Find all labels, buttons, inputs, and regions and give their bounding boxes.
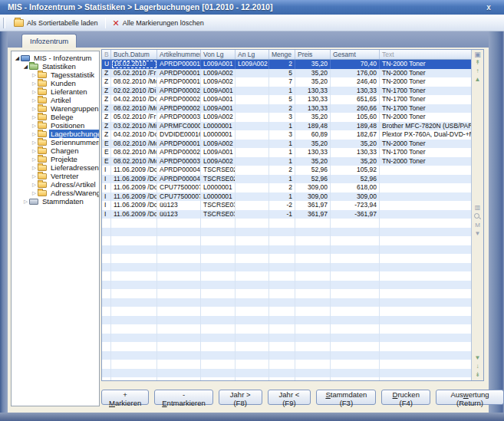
tree-item-label: Positionen xyxy=(49,121,86,130)
collapsed-arrow-icon[interactable]: ▷ xyxy=(31,180,38,189)
tree-item-lieferanten[interactable]: ▷Lieferanten xyxy=(12,87,99,96)
mark-button[interactable]: + Markieren xyxy=(101,390,149,405)
tree-item-mis-infozentrum[interactable]: ◢MIS - Infozentrum xyxy=(12,54,99,62)
tree-item-chargen[interactable]: ▷Chargen xyxy=(12,146,99,155)
table-empty-row xyxy=(102,263,471,272)
masterdata-button[interactable]: Stammdaten (F3) xyxy=(316,390,376,405)
collapsed-arrow-icon[interactable]: ▷ xyxy=(31,138,38,146)
tree-item-projekte[interactable]: ▷Projekte xyxy=(12,155,99,163)
table-row[interactable]: Z04.02.2010 /DoDVDIDE00016L0000001360,89… xyxy=(102,130,471,140)
cell-buchdatum: 08.02.2010 /Mo xyxy=(111,148,157,157)
tree-item-lagerbuchungen[interactable]: ▷Lagerbuchungen xyxy=(12,130,99,138)
clear-marks-button[interactable]: ✕ Alle Markierungen löschen xyxy=(108,16,209,30)
col-header-vonlg[interactable]: Von Lg xyxy=(201,50,236,59)
collapsed-arrow-icon[interactable]: ▷ xyxy=(31,155,38,163)
collapsed-arrow-icon[interactable]: ▷ xyxy=(31,87,38,96)
cell-artikelnummer xyxy=(157,236,201,245)
table-row[interactable]: U18.02.2010APRDP00001L009A001L009A002235… xyxy=(102,60,471,69)
cell-gesamt xyxy=(331,254,380,263)
collapsed-arrow-icon[interactable]: ▷ xyxy=(31,79,38,87)
search-icon[interactable] xyxy=(474,213,481,220)
scroll-to-bottom-icon[interactable]: ↡ xyxy=(475,372,480,378)
year-next-button[interactable]: Jahr > (F8) xyxy=(219,390,262,405)
folder-icon xyxy=(38,72,47,78)
year-prev-button[interactable]: Jahr < (F9) xyxy=(268,390,311,405)
collapsed-arrow-icon[interactable]: ▷ xyxy=(22,197,29,206)
collapsed-arrow-icon[interactable]: ▷ xyxy=(31,113,38,121)
expanded-arrow-icon[interactable]: ◢ xyxy=(14,54,21,62)
table-row[interactable]: Z08.02.2010 /MoAPRDP00001L009A002735,202… xyxy=(102,77,471,87)
collapsed-arrow-icon[interactable]: ▷ xyxy=(31,146,38,155)
scroll-down-icon[interactable]: ↓ xyxy=(476,363,479,370)
tree-item-belege[interactable]: ▷Belege xyxy=(12,113,99,121)
scroll-to-top-icon[interactable]: ↟ xyxy=(475,60,480,66)
cell-menge: 1 xyxy=(269,87,295,96)
tree-item-adress-warengruppen[interactable]: ▷Adress/Warengruppen xyxy=(12,189,99,197)
page-up-icon[interactable]: ▲ xyxy=(475,77,481,83)
scroll-up-icon[interactable]: ↑ xyxy=(476,68,479,74)
tree-item-warengruppen[interactable]: ▷Warengruppen xyxy=(12,104,99,113)
print-button[interactable]: Drucken (F4) xyxy=(381,390,430,405)
col-header-buchdatum[interactable]: Buch.Datum xyxy=(111,50,157,59)
cell-artikelnummer: CPU77500007 xyxy=(157,192,201,202)
collapsed-arrow-icon[interactable]: ▷ xyxy=(31,96,38,104)
table-row[interactable]: E08.02.2010 /MoAPRDP00001L009A002135,203… xyxy=(102,140,471,149)
cell-artikelnummer xyxy=(157,228,201,237)
tab-infozentrum[interactable]: Infozentrum xyxy=(21,34,77,48)
table-row[interactable]: Z05.02.2010 /FrAPRDP00003L009A002335,201… xyxy=(102,113,471,122)
collapsed-arrow-icon[interactable]: ▷ xyxy=(31,163,38,172)
col-header-gesamt[interactable]: Gesamt xyxy=(331,50,380,59)
column-chooser-icon[interactable]: ▣ xyxy=(474,51,481,58)
cell-artikelnummer: APRDP00003 xyxy=(157,113,201,122)
filter-icon[interactable]: ▼ xyxy=(475,231,481,237)
evaluate-button[interactable]: Auswertung (Return) xyxy=(436,390,504,405)
tree-item-lieferadressen[interactable]: ▷Lieferadressen xyxy=(12,163,99,172)
table-row[interactable]: Z02.02.2010 /DiAPRDP00002L009A0011130,33… xyxy=(102,87,471,96)
columns-icon[interactable]: ▥ xyxy=(475,205,481,211)
tree-item-tagesstatistik[interactable]: ▷Tagesstatistik xyxy=(12,71,99,79)
col-header-preis[interactable]: Preis xyxy=(295,50,331,59)
tree-item-artikel[interactable]: ▷Artikel xyxy=(12,96,99,104)
tree-item-seriennummern[interactable]: ▷Seriennummern xyxy=(12,138,99,146)
folder-icon xyxy=(38,182,47,188)
table-row[interactable]: I11.06.2009 /DoCPU77500007L00000012309,0… xyxy=(102,183,471,192)
cell-menge xyxy=(269,281,295,290)
load-sort-table-button[interactable]: Als Sortiertabelle laden xyxy=(9,16,103,30)
table-row[interactable]: I11.06.2009 /DoCPU77500007L00000011309,0… xyxy=(102,192,471,202)
table-row[interactable]: I11.06.2009 /DoAPRDP00004TSCRSE02152,965… xyxy=(102,175,471,184)
collapsed-arrow-icon[interactable]: ▷ xyxy=(31,130,38,138)
table-row[interactable]: Z04.02.2010 /DoAPRDP00002L009A0015130,33… xyxy=(102,95,471,104)
tree-item-vertreter[interactable]: ▷Vertreter xyxy=(12,172,99,180)
cell-buchdatum: 04.02.2010 /Do xyxy=(111,95,157,104)
tree-item-stammdaten[interactable]: ▷Stammdaten xyxy=(12,197,99,206)
table-row[interactable]: Z05.02.2010 /FrAPRDP00001L009A002535,201… xyxy=(102,69,471,78)
col-header-status[interactable]: B xyxy=(102,50,111,59)
table-row[interactable]: Z08.02.2010 /MoAPRDP00002L009A0012130,33… xyxy=(102,104,471,113)
expanded-arrow-icon[interactable]: ◢ xyxy=(22,62,29,71)
cell-vonlg: L009A001 xyxy=(201,148,236,157)
table-row[interactable]: E08.02.2010 /MoAPRDP00002L009A0011130,33… xyxy=(102,148,471,157)
cell-status: I xyxy=(102,183,111,192)
table-row[interactable]: I11.06.2009 /DoAPRDP00004TSCRSE02252,961… xyxy=(102,166,471,175)
table-row[interactable]: Z03.02.2010 /MiAPRMFC00001L00000011189,4… xyxy=(102,122,471,131)
col-header-artikelnummer[interactable]: Artikelnummer xyxy=(157,50,201,59)
table-row[interactable]: I11.06.2009 /Doüü123TSCRSE03-2361,97-723… xyxy=(102,201,471,210)
unmark-button[interactable]: - Entmarkieren xyxy=(154,390,213,405)
col-header-anlg[interactable]: An Lg xyxy=(236,50,269,59)
table-row[interactable]: E08.02.2010 /MoAPRDP00003L009A002135,203… xyxy=(102,157,471,166)
table-row[interactable]: I11.06.2009 /Doüü123TSCRSE03-1361,97-361… xyxy=(102,210,471,219)
collapsed-arrow-icon[interactable]: ▷ xyxy=(31,71,38,79)
collapsed-arrow-icon[interactable]: ▷ xyxy=(31,104,38,113)
tree-item-statistiken[interactable]: ◢Statistiken xyxy=(12,62,99,71)
tree-item-positionen[interactable]: ▷Positionen xyxy=(12,121,99,130)
mark-icon[interactable]: M xyxy=(475,222,480,229)
col-header-text[interactable]: Text xyxy=(380,50,472,59)
tree-item-kunden[interactable]: ▷Kunden xyxy=(12,79,99,87)
collapsed-arrow-icon[interactable]: ▷ xyxy=(31,189,38,197)
page-down-icon[interactable]: ▼ xyxy=(475,355,481,361)
collapsed-arrow-icon[interactable]: ▷ xyxy=(31,121,38,130)
tree-item-adress-artikel[interactable]: ▷Adress/Artikel xyxy=(12,180,99,189)
collapsed-arrow-icon[interactable]: ▷ xyxy=(31,172,38,180)
close-icon[interactable]: x xyxy=(483,0,495,13)
col-header-menge[interactable]: Menge xyxy=(269,50,295,59)
